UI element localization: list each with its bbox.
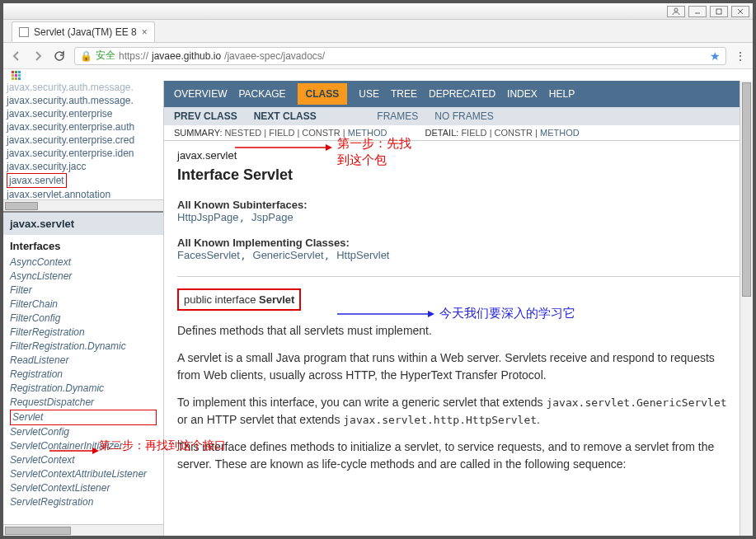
- package-label: javax.servlet: [177, 149, 237, 162]
- type-link[interactable]: HttpServlet: [336, 249, 389, 261]
- arrow-red-1: [235, 139, 334, 156]
- package-link[interactable]: javax.security.enterprise.auth: [7, 120, 160, 134]
- svg-marker-8: [428, 311, 434, 317]
- tab-strip: Servlet (Java(TM) EE 8 ×: [3, 20, 753, 43]
- tab-title: Servlet (Java(TM) EE 8: [34, 26, 137, 38]
- known-sub-label: All Known Subinterfaces:: [177, 199, 740, 211]
- interface-link[interactable]: AsyncListener: [10, 270, 157, 284]
- back-button[interactable]: [10, 49, 23, 63]
- nav-item[interactable]: CLASS: [298, 83, 348, 105]
- svg-marker-6: [326, 144, 332, 151]
- top-nav: OVERVIEWPACKAGECLASSUSETREEDEPRECATEDIND…: [164, 81, 753, 107]
- type-link[interactable]: HttpJspPage: [177, 211, 238, 223]
- nav-item[interactable]: USE: [359, 88, 379, 100]
- interface-link[interactable]: ServletContextListener: [10, 481, 157, 495]
- nav-item[interactable]: OVERVIEW: [174, 88, 227, 100]
- hscrollbar[interactable]: [3, 199, 163, 211]
- desc-p1: Defines methods that all servlets must i…: [177, 322, 740, 340]
- interface-link[interactable]: Registration.Dynamic: [10, 382, 157, 396]
- url-host: javaee.github.io: [152, 50, 221, 62]
- svg-rect-2: [716, 9, 721, 14]
- forward-button: [31, 49, 45, 63]
- interface-link[interactable]: ServletContextAttributeListener: [10, 467, 157, 481]
- type-link[interactable]: JspPage: [251, 211, 293, 223]
- interface-link[interactable]: ServletRegistration: [10, 495, 157, 509]
- sub-nav: PREV CLASS NEXT CLASS FRAMES NO FRAMES: [164, 107, 753, 125]
- frames-link[interactable]: FRAMES: [377, 110, 418, 122]
- interfaces-heading: Interfaces: [3, 235, 163, 255]
- main-frame: OVERVIEWPACKAGECLASSUSETREEDEPRECATEDIND…: [164, 81, 753, 536]
- interface-link[interactable]: ServletContext: [10, 453, 157, 467]
- interface-link[interactable]: FilterRegistration: [10, 326, 157, 340]
- desc-p2: A servlet is a small Java program that r…: [177, 349, 740, 384]
- hscrollbar[interactable]: [3, 524, 163, 536]
- lock-icon: 🔒: [80, 50, 92, 62]
- nav-item[interactable]: DEPRECATED: [429, 88, 495, 100]
- next-class-link[interactable]: NEXT CLASS: [254, 110, 317, 122]
- divider: [177, 276, 740, 277]
- menu-button[interactable]: ⋮: [735, 49, 746, 63]
- desc-p4: This interface defines methods to initia…: [177, 438, 740, 473]
- nav-item[interactable]: PACKAGE: [238, 88, 285, 100]
- known-impl-list: FacesServlet, GenericServlet, HttpServle…: [177, 249, 740, 261]
- summary-nav: SUMMARY: NESTED | FIELD | CONSTR | METHO…: [164, 125, 753, 141]
- interface-link[interactable]: FilterChain: [10, 298, 157, 312]
- classframe-header: javax.servlet: [3, 213, 163, 235]
- window-titlebar: [3, 3, 753, 20]
- interface-link[interactable]: ServletContainerInitializer: [10, 439, 157, 453]
- interface-link[interactable]: Filter: [10, 284, 157, 298]
- package-link[interactable]: javax.security.jacc: [7, 160, 160, 173]
- page-icon: [19, 27, 29, 37]
- vscrollbar[interactable]: [740, 81, 753, 536]
- known-impl-label: All Known Implementing Classes:: [177, 237, 740, 249]
- noframes-link[interactable]: NO FRAMES: [434, 110, 493, 122]
- nav-item[interactable]: HELP: [549, 88, 575, 100]
- package-link[interactable]: javax.security.auth.message.: [7, 94, 160, 107]
- known-sub-list: HttpJspPage, JspPage: [177, 211, 740, 223]
- maximize-button[interactable]: [710, 6, 728, 17]
- signature-box: public interface Servlet: [177, 288, 301, 311]
- class-list-frame: javax.servlet Interfaces AsyncContextAsy…: [3, 213, 163, 536]
- package-link[interactable]: javax.security.enterprise: [7, 107, 160, 120]
- interface-link[interactable]: AsyncContext: [10, 255, 157, 270]
- secure-label: 安全: [96, 49, 115, 63]
- apps-icon[interactable]: [12, 71, 25, 81]
- nav-sublink[interactable]: METHOD: [540, 128, 580, 138]
- page-title: Interface Servlet: [177, 166, 740, 184]
- nav-sublink[interactable]: METHOD: [348, 128, 387, 138]
- desc-p3: To implement this interface, you can wri…: [177, 394, 740, 429]
- package-list-frame: javax.security.auth.message.javax.securi…: [3, 81, 163, 213]
- browser-tab[interactable]: Servlet (Java(TM) EE 8 ×: [12, 21, 155, 42]
- package-link[interactable]: javax.servlet: [7, 173, 160, 188]
- svg-point-0: [674, 8, 678, 12]
- nav-item[interactable]: TREE: [391, 88, 417, 100]
- interface-link[interactable]: FilterConfig: [10, 312, 157, 326]
- url-proto: https://: [119, 50, 148, 62]
- interface-link[interactable]: FilterRegistration.Dynamic: [10, 340, 157, 354]
- reload-button[interactable]: [53, 49, 66, 63]
- bookmark-star-icon[interactable]: ★: [710, 49, 721, 63]
- annotation-blue: 今天我们要深入的学习它: [439, 306, 575, 321]
- tab-close-icon[interactable]: ×: [142, 26, 148, 38]
- type-link[interactable]: GenericServlet: [253, 249, 324, 261]
- url-bar: 🔒 安全 https://javaee.github.io/javaee-spe…: [3, 43, 753, 69]
- package-link[interactable]: javax.security.enterprise.iden: [7, 147, 160, 160]
- interface-link[interactable]: RequestDispatcher: [10, 396, 157, 410]
- url-path: /javaee-spec/javadocs/: [224, 50, 325, 62]
- interface-link[interactable]: Registration: [10, 368, 157, 382]
- interface-link[interactable]: Servlet: [10, 410, 157, 425]
- arrow-blue: [337, 306, 436, 322]
- interface-link[interactable]: ReadListener: [10, 354, 157, 368]
- prev-class-link[interactable]: PREV CLASS: [174, 110, 237, 122]
- close-button[interactable]: [731, 6, 749, 17]
- type-link[interactable]: FacesServlet: [177, 249, 240, 261]
- doc-content: javax.servlet Interface Servlet All Know…: [164, 141, 753, 491]
- apps-row: [3, 69, 753, 81]
- nav-item[interactable]: INDEX: [507, 88, 538, 100]
- address-field[interactable]: 🔒 安全 https://javaee.github.io/javaee-spe…: [74, 47, 726, 65]
- package-link[interactable]: javax.security.enterprise.cred: [7, 134, 160, 147]
- minimize-button[interactable]: [688, 6, 707, 17]
- user-icon[interactable]: [667, 6, 685, 17]
- interface-link[interactable]: ServletConfig: [10, 425, 157, 439]
